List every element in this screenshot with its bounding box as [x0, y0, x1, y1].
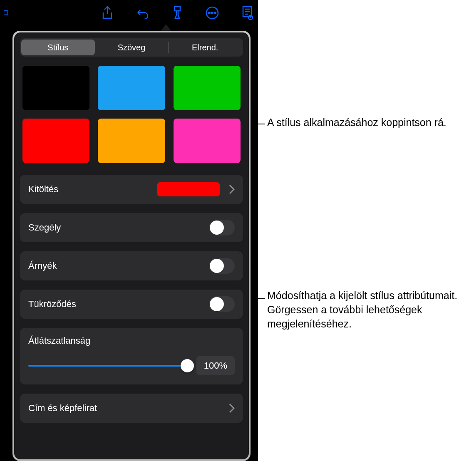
callout-bracket-top [253, 70, 257, 177]
fill-color-preview [157, 182, 220, 196]
share-icon[interactable] [100, 5, 115, 20]
reflection-row: Tükröződés [20, 290, 243, 319]
title-caption-row[interactable]: Cím és képfelirat [20, 394, 243, 423]
tab-label: Stílus [47, 43, 68, 52]
style-swatch[interactable] [22, 66, 89, 110]
opacity-row: Átlátszatlanság 100% [20, 328, 243, 384]
style-swatch[interactable] [98, 66, 165, 110]
border-row: Szegély [20, 213, 243, 242]
style-swatch[interactable] [174, 119, 241, 163]
top-toolbar [0, 0, 258, 26]
tab-arrange[interactable]: Elrend. [168, 40, 242, 55]
tab-label: Elrend. [192, 43, 218, 52]
svg-point-3 [214, 12, 216, 14]
svg-point-1 [208, 12, 210, 14]
opacity-value[interactable]: 100% [196, 356, 235, 375]
style-swatch-grid [20, 66, 243, 163]
border-toggle[interactable] [209, 220, 235, 236]
format-popover: Stílus Szöveg Elrend. Kitöltés Szegély [12, 31, 251, 461]
more-icon[interactable] [205, 5, 220, 20]
opacity-label: Átlátszatlanság [28, 335, 235, 346]
fill-row[interactable]: Kitöltés [20, 175, 243, 204]
opacity-slider[interactable] [28, 359, 187, 372]
shadow-row: Árnyék [20, 251, 243, 280]
tab-style[interactable]: Stílus [21, 40, 95, 55]
style-swatch[interactable] [98, 119, 165, 163]
border-label: Szegély [28, 222, 209, 233]
svg-point-5 [250, 17, 251, 18]
shadow-label: Árnyék [28, 260, 209, 271]
callout-text-bottom: Módosíthatja a kijelölt stílus attribútu… [267, 289, 463, 331]
chevron-right-icon [229, 403, 235, 413]
tab-text[interactable]: Szöveg [95, 40, 169, 55]
format-brush-icon[interactable] [170, 5, 185, 20]
shadow-toggle[interactable] [209, 258, 235, 274]
device-frame: Stílus Szöveg Elrend. Kitöltés Szegély [0, 0, 258, 461]
chevron-right-icon [229, 184, 235, 194]
tab-label: Szöveg [118, 43, 146, 52]
reflection-toggle[interactable] [209, 296, 235, 312]
view-options-icon[interactable] [240, 5, 255, 20]
callout-bracket-bottom [253, 188, 257, 409]
undo-icon[interactable] [135, 5, 150, 20]
tab-segmented-control: Stílus Szöveg Elrend. [20, 38, 243, 57]
style-swatch[interactable] [174, 66, 241, 110]
callout-text-top: A stílus alkalmazásához koppintson rá. [267, 116, 447, 130]
fill-label: Kitöltés [28, 184, 157, 195]
reflection-label: Tükröződés [28, 299, 209, 310]
title-caption-label: Cím és képfelirat [28, 403, 229, 414]
style-swatch[interactable] [22, 119, 89, 163]
bookmark-icon[interactable] [3, 5, 8, 20]
svg-point-2 [211, 12, 213, 14]
